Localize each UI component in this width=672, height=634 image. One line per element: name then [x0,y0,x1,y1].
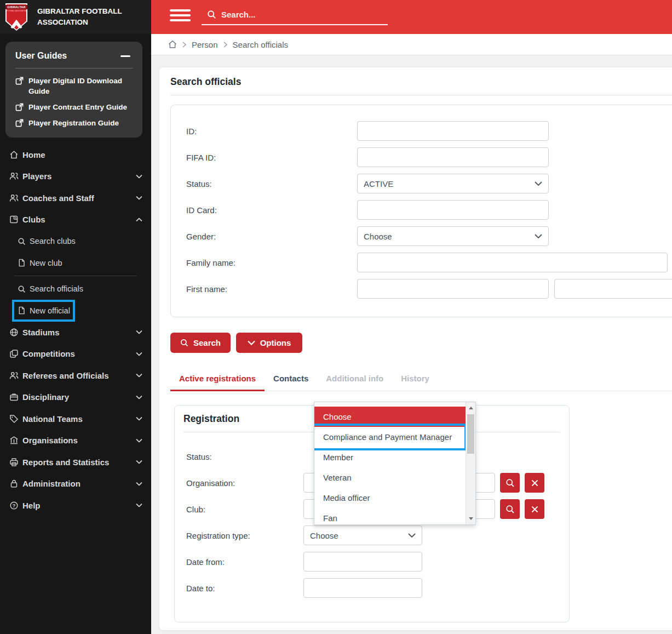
coaches-icon [9,193,19,203]
external-link-icon [15,103,24,111]
global-search [202,4,388,25]
search-icon [180,339,188,347]
main-area: Person Search officials Search officials… [151,0,672,634]
dropdown-option-veteran[interactable]: Veteran [314,467,466,488]
tag-icon [9,414,19,424]
layers-icon [9,349,19,358]
clubs-icon [9,215,19,224]
printer-icon [9,458,19,467]
guide-link-digital-id[interactable]: Player Digital ID Download Guide [15,76,133,97]
sidebar-item-clubs[interactable]: Clubs [0,209,151,231]
status-select[interactable]: ACTIVE [357,174,549,193]
search-icon [18,237,26,245]
first-name-field[interactable] [357,279,549,299]
hamburger-menu-icon[interactable] [170,9,191,24]
chevron-down-icon [136,438,142,442]
home-icon[interactable] [168,40,177,49]
sidebar-header: GIBRALTAR FOOTBALL ASSOCIATION GIBRALTAR… [0,0,151,34]
fifa-id-label: FIFA ID: [171,153,357,162]
dropdown-option-compliance-and-payment-manager[interactable]: Compliance and Payment Manager [314,427,466,447]
dropdown-option-member[interactable]: Member [314,447,466,467]
status-label: Status: [171,179,357,189]
sidebar-item-search-officials[interactable]: Search officials [0,278,151,300]
external-link-icon [15,119,24,127]
file-icon [18,259,26,267]
sidebar-item-reports-and-statistics[interactable]: Reports and Statistics [0,452,151,473]
breadcrumb-person[interactable]: Person [192,40,218,49]
tab-active-registrations[interactable]: Active registrations [170,374,265,391]
sidebar-item-national-teams[interactable]: National Teams [0,408,151,430]
chevron-down-icon [535,181,542,186]
topbar [151,0,672,34]
club-search-button[interactable] [500,499,520,519]
date-from-field[interactable] [303,552,422,572]
options-button[interactable]: Options [236,333,302,353]
home-icon [9,150,19,159]
fifa-id-field[interactable] [357,147,549,167]
scroll-up-icon[interactable] [469,407,473,409]
lock-icon [9,479,19,488]
sidebar-item-help[interactable]: ? Help [0,495,151,517]
date-to-label: Date to: [175,584,303,593]
dropdown-scrollbar[interactable] [466,402,475,524]
close-icon [531,479,539,487]
first-name-secondary-field[interactable] [554,279,672,299]
organisation-search-button[interactable] [500,473,520,493]
sidebar-item-administration[interactable]: Administration [0,473,151,495]
sidebar: GIBRALTAR FOOTBALL ASSOCIATION GIBRALTAR… [0,0,151,634]
sidebar-item-new-official[interactable]: New official [0,300,151,322]
tab-additional-info[interactable]: Additional info [317,374,392,391]
logo-subtext: FOOTBALL ASSOCIATION [5,10,27,12]
id-field[interactable] [357,121,549,141]
user-guides-panel: User Guides Player Digital ID Download G… [5,42,142,138]
sidebar-item-home[interactable]: Home [0,144,151,166]
gender-select[interactable]: Choose [357,226,549,246]
dropdown-option-media-officer[interactable]: Media officer [314,488,466,508]
chevron-down-icon [136,482,142,486]
page-title: Search officials [170,67,672,95]
close-icon [531,505,539,513]
sidebar-item-referees-and-officials[interactable]: Referees and Officials [0,365,151,387]
divider [14,276,137,276]
search-icon [506,478,515,488]
organisation-clear-button[interactable] [525,473,544,493]
guide-link-contract-entry[interactable]: Player Contract Entry Guide [15,102,133,113]
sidebar-item-stadiums[interactable]: Stadiums [0,322,151,344]
dropdown-option-fan[interactable]: Fan [314,508,466,524]
sidebar-item-new-club[interactable]: New club [0,252,151,274]
collapse-minus-icon[interactable] [120,55,130,57]
guide-link-registration[interactable]: Player Registration Guide [15,118,133,129]
id-card-field[interactable] [357,200,549,220]
search-input[interactable] [221,10,388,19]
family-name-field[interactable] [357,253,668,272]
players-icon [9,172,19,181]
sidebar-item-disciplinary[interactable]: Disciplinary [0,386,151,408]
content-area: Search officials ID: FIFA ID: Status: AC… [151,55,672,634]
tab-history[interactable]: History [392,374,438,391]
breadcrumb-search-officials[interactable]: Search officials [233,40,288,49]
chevron-down-icon [136,504,142,507]
sidebar-item-competitions[interactable]: Competitions [0,343,151,365]
scrollbar-thumb[interactable] [467,414,474,454]
chevron-down-icon [408,533,416,538]
date-to-field[interactable] [303,578,422,598]
dropdown-option-choose[interactable]: Choose [314,407,466,427]
sidebar-item-search-clubs[interactable]: Search clubs [0,231,151,253]
scroll-down-icon[interactable] [469,517,473,520]
chevron-right-icon [182,42,186,48]
id-label: ID: [171,127,357,136]
club-clear-button[interactable] [525,499,544,519]
sidebar-item-coaches-and-staff[interactable]: Coaches and Staff [0,187,151,209]
sidebar-item-organisations[interactable]: Organisations [0,430,151,452]
tab-contacts[interactable]: Contacts [265,374,317,391]
first-name-label: First name: [171,284,357,294]
sidebar-item-players[interactable]: Players [0,165,151,187]
help-icon: ? [9,501,19,510]
search-button[interactable]: Search [170,333,231,353]
registration-status-label: Status: [175,452,303,461]
search-officials-panel: Search officials ID: FIFA ID: Status: AC… [159,67,672,631]
dropdown-list: Choose Compliance and Payment Manager Me… [314,402,466,524]
file-icon [18,306,26,315]
sidebar-menu: Home Players Coaches and Staff Clubs Sea… [0,144,151,517]
registration-type-select[interactable]: Choose [303,526,422,545]
